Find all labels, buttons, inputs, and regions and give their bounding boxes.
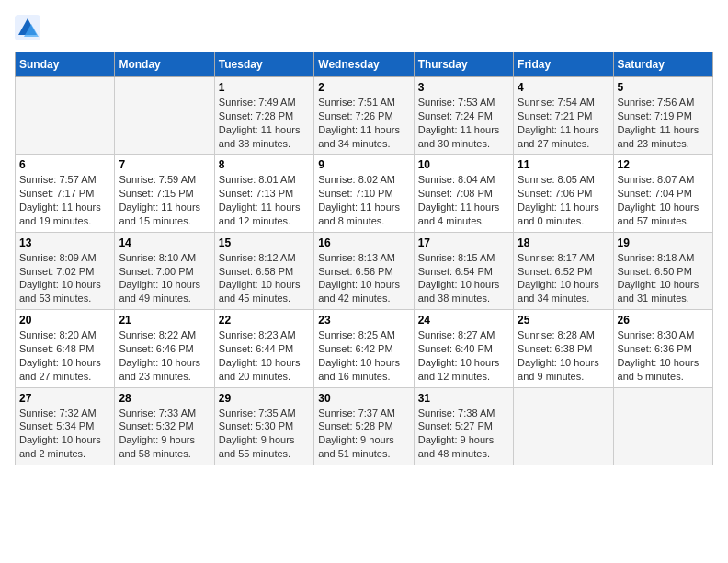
day-info: Sunrise: 8:20 AM Sunset: 6:48 PM Dayligh…: [19, 328, 110, 383]
day-info: Sunrise: 7:37 AM Sunset: 5:28 PM Dayligh…: [318, 407, 409, 461]
day-number: 16: [318, 236, 409, 249]
day-info: Sunrise: 8:25 AM Sunset: 6:42 PM Dayligh…: [318, 328, 409, 383]
day-number: 2: [318, 81, 409, 94]
col-header-tuesday: Tuesday: [214, 52, 313, 77]
calendar-cell: 14Sunrise: 8:10 AM Sunset: 7:00 PM Dayli…: [115, 232, 214, 309]
calendar-cell: 21Sunrise: 8:22 AM Sunset: 6:46 PM Dayli…: [115, 310, 214, 387]
day-number: 14: [119, 236, 210, 249]
calendar-cell: 11Sunrise: 8:05 AM Sunset: 7:06 PM Dayli…: [514, 155, 613, 232]
calendar-cell: 31Sunrise: 7:38 AM Sunset: 5:27 PM Dayli…: [414, 387, 513, 465]
header-row: SundayMondayTuesdayWednesdayThursdayFrid…: [16, 52, 713, 77]
day-info: Sunrise: 7:38 AM Sunset: 5:27 PM Dayligh…: [418, 407, 509, 461]
day-number: 19: [618, 236, 709, 249]
day-info: Sunrise: 7:54 AM Sunset: 7:21 PM Dayligh…: [518, 96, 609, 150]
day-info: Sunrise: 8:10 AM Sunset: 7:00 PM Dayligh…: [119, 251, 210, 305]
day-info: Sunrise: 8:17 AM Sunset: 6:52 PM Dayligh…: [518, 251, 609, 305]
calendar-cell: 15Sunrise: 8:12 AM Sunset: 6:58 PM Dayli…: [214, 232, 313, 309]
day-number: 5: [618, 81, 709, 94]
calendar-cell: 9Sunrise: 8:02 AM Sunset: 7:10 PM Daylig…: [314, 155, 414, 232]
week-row-3: 13Sunrise: 8:09 AM Sunset: 7:02 PM Dayli…: [16, 232, 713, 309]
calendar-cell: [514, 387, 613, 465]
day-info: Sunrise: 7:32 AM Sunset: 5:34 PM Dayligh…: [19, 407, 110, 461]
calendar-cell: 3Sunrise: 7:53 AM Sunset: 7:24 PM Daylig…: [414, 77, 513, 155]
calendar-cell: 12Sunrise: 8:07 AM Sunset: 7:04 PM Dayli…: [613, 155, 712, 232]
calendar-cell: 26Sunrise: 8:30 AM Sunset: 6:36 PM Dayli…: [613, 310, 712, 387]
day-number: 27: [19, 392, 110, 405]
calendar-cell: 4Sunrise: 7:54 AM Sunset: 7:21 PM Daylig…: [514, 77, 613, 155]
day-info: Sunrise: 8:28 AM Sunset: 6:38 PM Dayligh…: [518, 328, 609, 383]
day-number: 7: [119, 158, 210, 171]
day-number: 17: [418, 236, 509, 249]
calendar-cell: 13Sunrise: 8:09 AM Sunset: 7:02 PM Dayli…: [16, 232, 115, 309]
calendar-cell: 28Sunrise: 7:33 AM Sunset: 5:32 PM Dayli…: [115, 387, 214, 465]
calendar-cell: [16, 77, 115, 155]
calendar-cell: 1Sunrise: 7:49 AM Sunset: 7:28 PM Daylig…: [214, 77, 313, 155]
day-number: 23: [318, 314, 409, 327]
calendar-cell: 17Sunrise: 8:15 AM Sunset: 6:54 PM Dayli…: [414, 232, 513, 309]
day-info: Sunrise: 8:30 AM Sunset: 6:36 PM Dayligh…: [618, 328, 709, 383]
day-number: 25: [518, 314, 609, 327]
day-info: Sunrise: 8:13 AM Sunset: 6:56 PM Dayligh…: [318, 251, 409, 305]
calendar-cell: 23Sunrise: 8:25 AM Sunset: 6:42 PM Dayli…: [314, 310, 414, 387]
day-number: 26: [618, 314, 709, 327]
day-info: Sunrise: 8:12 AM Sunset: 6:58 PM Dayligh…: [219, 251, 310, 305]
week-row-1: 1Sunrise: 7:49 AM Sunset: 7:28 PM Daylig…: [16, 77, 713, 155]
calendar-cell: 27Sunrise: 7:32 AM Sunset: 5:34 PM Dayli…: [16, 387, 115, 465]
day-number: 3: [418, 81, 509, 94]
day-info: Sunrise: 7:57 AM Sunset: 7:17 PM Dayligh…: [19, 173, 110, 227]
calendar-cell: 7Sunrise: 7:59 AM Sunset: 7:15 PM Daylig…: [115, 155, 214, 232]
calendar-cell: 2Sunrise: 7:51 AM Sunset: 7:26 PM Daylig…: [314, 77, 414, 155]
calendar-cell: [115, 77, 214, 155]
day-number: 22: [219, 314, 310, 327]
day-number: 9: [318, 158, 409, 171]
day-number: 8: [219, 158, 310, 171]
day-number: 1: [219, 81, 310, 94]
calendar-cell: [613, 387, 712, 465]
day-info: Sunrise: 8:01 AM Sunset: 7:13 PM Dayligh…: [219, 173, 310, 227]
calendar-cell: 20Sunrise: 8:20 AM Sunset: 6:48 PM Dayli…: [16, 310, 115, 387]
day-number: 6: [19, 158, 110, 171]
day-number: 21: [119, 314, 210, 327]
calendar-cell: 29Sunrise: 7:35 AM Sunset: 5:30 PM Dayli…: [214, 387, 313, 465]
calendar-cell: 16Sunrise: 8:13 AM Sunset: 6:56 PM Dayli…: [314, 232, 414, 309]
day-info: Sunrise: 7:59 AM Sunset: 7:15 PM Dayligh…: [119, 173, 210, 227]
day-info: Sunrise: 8:23 AM Sunset: 6:44 PM Dayligh…: [219, 328, 310, 383]
calendar-cell: 19Sunrise: 8:18 AM Sunset: 6:50 PM Dayli…: [613, 232, 712, 309]
day-number: 24: [418, 314, 509, 327]
col-header-monday: Monday: [115, 52, 214, 77]
day-number: 13: [19, 236, 110, 249]
day-number: 4: [518, 81, 609, 94]
day-number: 10: [418, 158, 509, 171]
col-header-friday: Friday: [514, 52, 613, 77]
week-row-2: 6Sunrise: 7:57 AM Sunset: 7:17 PM Daylig…: [16, 155, 713, 232]
day-info: Sunrise: 7:53 AM Sunset: 7:24 PM Dayligh…: [418, 96, 509, 150]
week-row-4: 20Sunrise: 8:20 AM Sunset: 6:48 PM Dayli…: [16, 310, 713, 387]
day-number: 30: [318, 392, 409, 405]
day-info: Sunrise: 8:05 AM Sunset: 7:06 PM Dayligh…: [518, 173, 609, 227]
calendar-cell: 25Sunrise: 8:28 AM Sunset: 6:38 PM Dayli…: [514, 310, 613, 387]
calendar-cell: 18Sunrise: 8:17 AM Sunset: 6:52 PM Dayli…: [514, 232, 613, 309]
day-info: Sunrise: 7:56 AM Sunset: 7:19 PM Dayligh…: [618, 96, 709, 150]
day-info: Sunrise: 8:27 AM Sunset: 6:40 PM Dayligh…: [418, 328, 509, 383]
col-header-saturday: Saturday: [613, 52, 712, 77]
calendar-cell: 24Sunrise: 8:27 AM Sunset: 6:40 PM Dayli…: [414, 310, 513, 387]
day-info: Sunrise: 8:02 AM Sunset: 7:10 PM Dayligh…: [318, 173, 409, 227]
calendar-table: SundayMondayTuesdayWednesdayThursdayFrid…: [15, 52, 713, 465]
logo-icon: [15, 15, 40, 40]
day-number: 28: [119, 392, 210, 405]
col-header-sunday: Sunday: [16, 52, 115, 77]
day-number: 29: [219, 392, 310, 405]
calendar-cell: 5Sunrise: 7:56 AM Sunset: 7:19 PM Daylig…: [613, 77, 712, 155]
day-info: Sunrise: 8:07 AM Sunset: 7:04 PM Dayligh…: [618, 173, 709, 227]
day-info: Sunrise: 8:04 AM Sunset: 7:08 PM Dayligh…: [418, 173, 509, 227]
day-number: 12: [618, 158, 709, 171]
calendar-cell: 6Sunrise: 7:57 AM Sunset: 7:17 PM Daylig…: [16, 155, 115, 232]
col-header-thursday: Thursday: [414, 52, 513, 77]
page-header: [15, 15, 713, 40]
day-info: Sunrise: 8:22 AM Sunset: 6:46 PM Dayligh…: [119, 328, 210, 383]
week-row-5: 27Sunrise: 7:32 AM Sunset: 5:34 PM Dayli…: [16, 387, 713, 465]
day-number: 31: [418, 392, 509, 405]
day-info: Sunrise: 7:35 AM Sunset: 5:30 PM Dayligh…: [219, 407, 310, 461]
day-info: Sunrise: 8:18 AM Sunset: 6:50 PM Dayligh…: [618, 251, 709, 305]
calendar-cell: 10Sunrise: 8:04 AM Sunset: 7:08 PM Dayli…: [414, 155, 513, 232]
